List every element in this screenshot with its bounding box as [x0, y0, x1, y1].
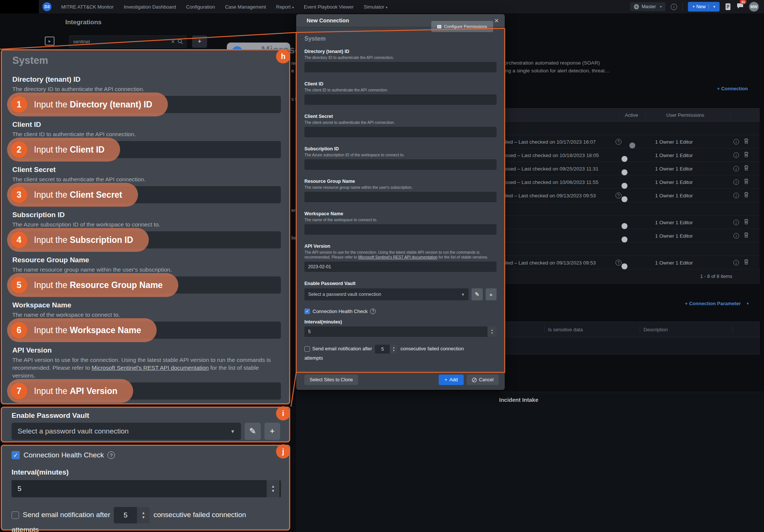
select-sites-to-clone-button[interactable]: Select Sites to Clone: [304, 375, 358, 385]
table-row[interactable]: 1 Owner 1 Editor i: [463, 216, 760, 229]
health-check-checkbox[interactable]: ✓: [304, 309, 310, 314]
delete-icon[interactable]: [744, 219, 749, 226]
email-notification-checkbox[interactable]: [12, 511, 19, 519]
nav-event-playbook-viewer[interactable]: Event Playbook Viewer: [304, 4, 354, 10]
add-vault-button[interactable]: +: [486, 288, 497, 300]
resource-group-name-input[interactable]: [304, 192, 497, 202]
info-icon[interactable]: i: [733, 179, 739, 185]
nav-configuration[interactable]: Configuration: [186, 4, 215, 10]
health-status: Passed – Last checked on 10/06/2023 11:5…: [499, 179, 598, 185]
health-check-checkbox[interactable]: ✓: [12, 451, 20, 459]
table-row[interactable]: Passed – Last checked on 10/18/2023 18:0…: [463, 148, 760, 162]
configure-permissions-button[interactable]: Configure Permissions: [431, 21, 493, 32]
field-description: The client ID to authenticate the API co…: [12, 130, 280, 138]
field-description: The client secret to authenticate the AP…: [304, 120, 497, 125]
new-button[interactable]: + New ▾: [688, 2, 720, 12]
field-description: The client ID to authenticate the API co…: [304, 88, 497, 93]
info-icon[interactable]: i: [671, 4, 677, 10]
column-is-sensitive: Is sensitive data: [548, 327, 583, 332]
subscription-id-input[interactable]: [304, 159, 497, 170]
delete-icon[interactable]: [744, 165, 749, 172]
stepper-arrows[interactable]: ▲▼: [488, 326, 497, 337]
delete-icon[interactable]: [744, 138, 749, 145]
stepper-arrows[interactable]: ▲▼: [137, 507, 150, 523]
playbook-icon[interactable]: ▶: [45, 37, 54, 46]
directory-tenant-id-input[interactable]: [304, 62, 497, 72]
delete-icon[interactable]: [744, 232, 749, 239]
info-icon[interactable]: i: [733, 166, 739, 171]
rest-api-doc-link[interactable]: Microsoft Sentinel's REST API documentat…: [358, 255, 438, 259]
field-description: The API version to use for the connectio…: [12, 356, 280, 379]
search-icon[interactable]: [177, 39, 186, 44]
nav-mitre-attack-monitor[interactable]: MITRE ATT&CK Monitor: [61, 4, 114, 10]
table-row[interactable]: Failed – Last checked on 09/13/2023 09:5…: [463, 256, 760, 269]
field-label: Workspace Name: [304, 211, 497, 216]
environment-selector[interactable]: Master ▾: [630, 2, 666, 11]
email-threshold-stepper[interactable]: 5▲▼: [375, 345, 397, 354]
callout-step-4: 4 Input the Subscription ID: [7, 228, 149, 252]
table-row: [463, 122, 760, 135]
delete-icon[interactable]: [744, 151, 749, 159]
avatar[interactable]: MW: [749, 2, 759, 12]
health-status: Failed – Last checked on 10/17/2023 16:0…: [499, 139, 596, 144]
chat-icon[interactable]: 11: [736, 3, 744, 11]
help-icon[interactable]: ?: [616, 193, 621, 198]
workspace-name-input[interactable]: [304, 224, 497, 235]
pagination-info: 1 - 8 of 8 items: [463, 269, 760, 284]
api-version-input[interactable]: [304, 262, 497, 272]
nav-simulator[interactable]: Simulator▾: [364, 4, 387, 10]
info-icon[interactable]: i: [733, 260, 739, 265]
info-icon[interactable]: i: [733, 219, 739, 225]
info-icon[interactable]: i: [733, 233, 739, 238]
add-integration-button[interactable]: +: [192, 35, 207, 48]
stepper-arrows[interactable]: ▲▼: [267, 480, 279, 497]
info-icon[interactable]: i: [733, 193, 739, 198]
nav-investigation-dashboard[interactable]: Investigation Dashboard: [124, 4, 176, 10]
document-icon[interactable]: [725, 3, 731, 10]
client-id-input[interactable]: [304, 94, 497, 105]
password-vault-select[interactable]: Select a password vault connection▼: [304, 288, 469, 300]
info-icon[interactable]: i: [733, 152, 739, 158]
d3-logo[interactable]: D3: [43, 2, 51, 11]
chevron-down-icon: ▾: [660, 5, 662, 9]
delete-icon[interactable]: [744, 192, 749, 199]
email-threshold-stepper[interactable]: 5▲▼: [114, 507, 150, 523]
help-icon[interactable]: ?: [616, 139, 621, 145]
close-icon[interactable]: ×: [494, 17, 499, 24]
add-connection-link[interactable]: + Connection: [717, 86, 748, 91]
field-label: Client ID: [12, 121, 280, 129]
table-row[interactable]: Passed – Last checked on 09/25/2023 11:3…: [463, 162, 760, 175]
search-input[interactable]: [69, 39, 169, 44]
add-button[interactable]: +Add: [439, 375, 464, 385]
notification-badge: 11: [740, 0, 746, 4]
nav-report[interactable]: Report▾: [276, 4, 294, 10]
add-vault-button[interactable]: +: [264, 423, 281, 440]
rest-api-doc-link[interactable]: Microsoft Sentinel's REST API documentat…: [92, 364, 209, 371]
help-icon[interactable]: ?: [616, 260, 621, 266]
table-row[interactable]: Failed – Last checked on 10/17/2023 16:0…: [463, 135, 760, 148]
table-row[interactable]: Failed – Last checked on 09/13/2023 09:5…: [463, 189, 760, 202]
health-status: Failed – Last checked on 09/13/2023 09:5…: [499, 193, 596, 198]
add-connection-parameter-link[interactable]: + Connection Parameter ▼: [685, 301, 749, 306]
edit-vault-button[interactable]: ✎: [472, 288, 483, 300]
email-notification-checkbox[interactable]: [304, 346, 310, 352]
client-secret-input[interactable]: [304, 127, 497, 137]
stepper-arrows[interactable]: ▲▼: [390, 345, 397, 354]
table-row[interactable]: Passed – Last checked on 10/06/2023 11:5…: [463, 175, 760, 189]
field-label: Client Secret: [304, 114, 497, 119]
info-icon[interactable]: i: [733, 139, 739, 144]
interval-input[interactable]: [304, 326, 497, 337]
cancel-button[interactable]: Cancel: [467, 375, 499, 385]
delete-icon[interactable]: [744, 259, 749, 266]
help-icon[interactable]: ?: [107, 451, 115, 459]
help-icon[interactable]: ?: [370, 309, 376, 314]
table-row[interactable]: 1 Owner 1 Editor i: [463, 229, 760, 242]
edit-vault-button[interactable]: ✎: [245, 423, 261, 440]
field-label: Subscription ID: [12, 211, 280, 219]
interval-label: Interval(minutes): [304, 319, 497, 325]
interval-input[interactable]: 5: [12, 480, 281, 497]
delete-icon[interactable]: [744, 178, 749, 185]
nav-case-management[interactable]: Case Management: [225, 4, 266, 10]
password-vault-select[interactable]: Select a password vault connection▼: [12, 423, 241, 440]
clear-search-icon[interactable]: ×: [169, 38, 177, 45]
